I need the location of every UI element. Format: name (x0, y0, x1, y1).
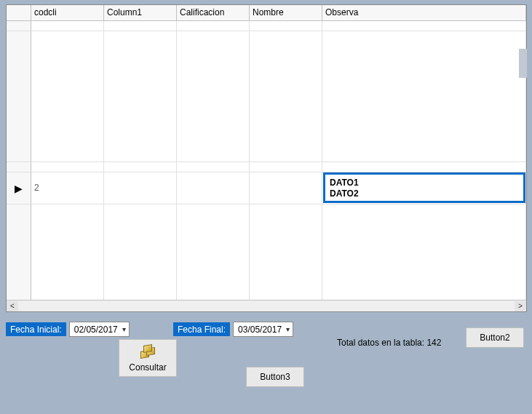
scroll-left-icon[interactable]: < (7, 301, 18, 311)
col-header-nombre[interactable]: Nombre (250, 5, 322, 21)
row-indicator (7, 162, 31, 172)
cell-codcli[interactable]: 2 (31, 172, 104, 204)
row-indicator (7, 204, 31, 300)
grid-header-row: codcli Column1 Calificacion Nombre Obser… (7, 5, 526, 21)
fecha-inicial-value: 02/05/2017 (74, 325, 118, 335)
cell-observa[interactable] (322, 162, 526, 172)
cell-nombre[interactable] (250, 204, 322, 300)
blank-rows-lower[interactable] (7, 204, 526, 300)
row-indicator (7, 21, 31, 31)
cell-calificacion[interactable] (177, 21, 250, 31)
cell-observa[interactable] (322, 31, 526, 162)
cell-column1[interactable] (104, 162, 177, 172)
observa-editor[interactable]: DATO1 DATO2 (323, 172, 525, 203)
fecha-inicial-label: Fecha Inicial: (6, 322, 66, 336)
chevron-down-icon: ▾ (286, 325, 290, 333)
cell-codcli[interactable] (31, 21, 104, 31)
cell-codcli[interactable] (31, 31, 104, 162)
consultar-label: Consultar (129, 362, 166, 373)
cell-column1[interactable] (104, 31, 177, 162)
cell-codcli[interactable] (31, 204, 104, 300)
data-grid[interactable]: codcli Column1 Calificacion Nombre Obser… (6, 4, 527, 312)
button2[interactable]: Button2 (466, 327, 524, 348)
current-row[interactable]: ▶ 2 DATO1 DATO2 (7, 172, 526, 204)
cell-observa[interactable] (322, 21, 526, 31)
cell-nombre[interactable] (250, 172, 322, 204)
bottom-panel: Fecha Inicial: 02/05/2017 ▾ Fecha Final:… (6, 320, 526, 411)
cell-column1[interactable] (104, 172, 177, 204)
blank-rows-upper[interactable] (7, 31, 526, 162)
observa-line1: DATO1 (330, 178, 519, 188)
row-indicator (7, 31, 31, 162)
horizontal-scrollbar[interactable]: < > (7, 300, 526, 311)
total-rows-label: Total datos en la tabla: 142 (337, 338, 441, 348)
fecha-inicial-picker[interactable]: 02/05/2017 ▾ (69, 322, 130, 337)
button3[interactable]: Button3 (246, 367, 304, 387)
col-header-column1[interactable]: Column1 (104, 5, 177, 21)
grid-body[interactable]: ▶ 2 DATO1 DATO2 (7, 21, 526, 300)
cell-column1[interactable] (104, 204, 177, 300)
scroll-right-icon[interactable]: > (515, 301, 526, 311)
cell-calificacion[interactable] (177, 172, 250, 204)
fecha-final-label: Fecha Final: (173, 322, 230, 336)
cubes-icon (138, 343, 158, 361)
fecha-final-picker[interactable]: 03/05/2017 ▾ (233, 322, 293, 337)
observa-line2: DATO2 (330, 188, 519, 199)
row-indicator-current: ▶ (7, 172, 31, 204)
col-header-calificacion[interactable]: Calificacion (177, 5, 250, 21)
col-header-codcli[interactable]: codcli (31, 5, 104, 21)
chevron-down-icon: ▾ (122, 325, 126, 333)
fecha-final-value: 03/05/2017 (238, 325, 282, 335)
cell-calificacion[interactable] (177, 162, 250, 172)
partial-row-top[interactable] (7, 21, 526, 31)
cell-observa[interactable] (322, 204, 526, 300)
col-header-observa[interactable]: Observa (322, 5, 526, 21)
cell-codcli[interactable] (31, 162, 104, 172)
cell-calificacion[interactable] (177, 31, 250, 162)
cell-nombre[interactable] (250, 162, 322, 172)
cell-column1[interactable] (104, 21, 177, 31)
row-header-blank (7, 5, 31, 21)
vertical-scrollbar-thumb[interactable] (519, 49, 527, 78)
partial-row-mid[interactable] (7, 162, 526, 172)
cell-nombre[interactable] (250, 31, 322, 162)
cell-calificacion[interactable] (177, 204, 250, 300)
consultar-button[interactable]: Consultar (119, 339, 177, 377)
cell-nombre[interactable] (250, 21, 322, 31)
